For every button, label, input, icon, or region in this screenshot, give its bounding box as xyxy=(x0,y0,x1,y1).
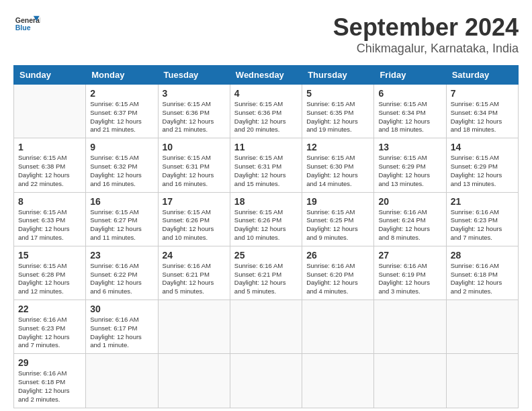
day-info: Sunrise: 6:15 AM Sunset: 6:29 PM Dayligh… xyxy=(378,154,441,188)
day-info: Sunrise: 6:15 AM Sunset: 6:30 PM Dayligh… xyxy=(306,154,369,188)
header-sunday: Sunday xyxy=(14,66,86,85)
calendar-cell: 15Sunrise: 6:15 AM Sunset: 6:28 PM Dayli… xyxy=(14,246,86,300)
day-number: 9 xyxy=(90,142,153,152)
day-info: Sunrise: 6:15 AM Sunset: 6:35 PM Dayligh… xyxy=(306,100,369,134)
calendar-cell xyxy=(302,300,374,354)
calendar-cell: 9Sunrise: 6:15 AM Sunset: 6:32 PM Daylig… xyxy=(86,138,158,192)
calendar-week-row: 2Sunrise: 6:15 AM Sunset: 6:37 PM Daylig… xyxy=(14,85,519,138)
day-number: 8 xyxy=(18,196,81,207)
day-info: Sunrise: 6:15 AM Sunset: 6:34 PM Dayligh… xyxy=(378,100,441,134)
day-number: 29 xyxy=(18,357,81,368)
day-info: Sunrise: 6:16 AM Sunset: 6:19 PM Dayligh… xyxy=(378,262,441,296)
calendar-cell xyxy=(446,354,518,408)
day-info: Sunrise: 6:15 AM Sunset: 6:26 PM Dayligh… xyxy=(234,208,298,242)
day-info: Sunrise: 6:15 AM Sunset: 6:31 PM Dayligh… xyxy=(163,154,226,188)
svg-text:Blue: Blue xyxy=(15,24,31,32)
calendar-cell: 24Sunrise: 6:16 AM Sunset: 6:21 PM Dayli… xyxy=(158,246,230,300)
day-number: 24 xyxy=(163,250,226,261)
calendar-cell: 19Sunrise: 6:15 AM Sunset: 6:25 PM Dayli… xyxy=(302,192,374,246)
calendar-week-row: 29Sunrise: 6:16 AM Sunset: 6:18 PM Dayli… xyxy=(14,354,519,408)
header-saturday: Saturday xyxy=(446,66,518,85)
calendar-cell: 23Sunrise: 6:16 AM Sunset: 6:22 PM Dayli… xyxy=(86,246,158,300)
day-info: Sunrise: 6:15 AM Sunset: 6:29 PM Dayligh… xyxy=(451,154,514,188)
day-number: 14 xyxy=(451,142,514,152)
calendar-cell: 10Sunrise: 6:15 AM Sunset: 6:31 PM Dayli… xyxy=(158,138,230,192)
calendar-cell: 28Sunrise: 6:16 AM Sunset: 6:18 PM Dayli… xyxy=(446,246,518,300)
day-info: Sunrise: 6:15 AM Sunset: 6:28 PM Dayligh… xyxy=(18,262,81,296)
calendar-cell xyxy=(14,85,86,138)
calendar-cell xyxy=(158,300,230,354)
calendar-cell: 26Sunrise: 6:16 AM Sunset: 6:20 PM Dayli… xyxy=(302,246,374,300)
calendar-cell: 18Sunrise: 6:15 AM Sunset: 6:26 PM Dayli… xyxy=(230,192,302,246)
day-number: 22 xyxy=(18,304,81,314)
day-number: 4 xyxy=(234,88,298,99)
day-info: Sunrise: 6:16 AM Sunset: 6:24 PM Dayligh… xyxy=(378,208,441,242)
calendar-cell: 2Sunrise: 6:15 AM Sunset: 6:37 PM Daylig… xyxy=(86,85,158,138)
page-wrapper: General Blue September 2024 Chikmagalur,… xyxy=(13,13,519,408)
calendar-cell xyxy=(158,354,230,408)
day-info: Sunrise: 6:15 AM Sunset: 6:34 PM Dayligh… xyxy=(451,100,514,134)
day-number: 20 xyxy=(378,196,441,207)
calendar-cell: 22Sunrise: 6:16 AM Sunset: 6:23 PM Dayli… xyxy=(14,300,86,354)
top-section: General Blue September 2024 Chikmagalur,… xyxy=(13,13,519,61)
day-info: Sunrise: 6:15 AM Sunset: 6:33 PM Dayligh… xyxy=(18,208,81,242)
calendar-cell xyxy=(446,300,518,354)
day-number: 11 xyxy=(234,142,298,152)
day-info: Sunrise: 6:15 AM Sunset: 6:26 PM Dayligh… xyxy=(163,208,226,242)
day-number: 15 xyxy=(18,250,81,261)
calendar-cell: 5Sunrise: 6:15 AM Sunset: 6:35 PM Daylig… xyxy=(302,85,374,138)
calendar-body: 2Sunrise: 6:15 AM Sunset: 6:37 PM Daylig… xyxy=(14,85,519,408)
calendar-cell xyxy=(230,354,302,408)
calendar-cell: 20Sunrise: 6:16 AM Sunset: 6:24 PM Dayli… xyxy=(374,192,446,246)
calendar-cell xyxy=(86,354,158,408)
calendar-week-row: 1Sunrise: 6:15 AM Sunset: 6:38 PM Daylig… xyxy=(14,138,519,192)
day-info: Sunrise: 6:15 AM Sunset: 6:25 PM Dayligh… xyxy=(306,208,369,242)
calendar-cell: 12Sunrise: 6:15 AM Sunset: 6:30 PM Dayli… xyxy=(302,138,374,192)
day-number: 25 xyxy=(234,250,298,261)
calendar-cell: 7Sunrise: 6:15 AM Sunset: 6:34 PM Daylig… xyxy=(446,85,518,138)
day-number: 19 xyxy=(306,196,369,207)
calendar-cell: 3Sunrise: 6:15 AM Sunset: 6:36 PM Daylig… xyxy=(158,85,230,138)
day-number: 6 xyxy=(378,88,441,99)
day-info: Sunrise: 6:16 AM Sunset: 6:23 PM Dayligh… xyxy=(451,208,514,242)
calendar-cell: 27Sunrise: 6:16 AM Sunset: 6:19 PM Dayli… xyxy=(374,246,446,300)
day-info: Sunrise: 6:15 AM Sunset: 6:37 PM Dayligh… xyxy=(90,100,153,134)
day-number: 27 xyxy=(378,250,441,261)
day-number: 30 xyxy=(90,304,153,314)
day-info: Sunrise: 6:16 AM Sunset: 6:21 PM Dayligh… xyxy=(234,262,298,296)
day-number: 10 xyxy=(163,142,226,152)
calendar-cell: 8Sunrise: 6:15 AM Sunset: 6:33 PM Daylig… xyxy=(14,192,86,246)
day-number: 2 xyxy=(90,88,153,99)
day-number: 28 xyxy=(451,250,514,261)
calendar-cell: 21Sunrise: 6:16 AM Sunset: 6:23 PM Dayli… xyxy=(446,192,518,246)
day-info: Sunrise: 6:16 AM Sunset: 6:17 PM Dayligh… xyxy=(90,316,153,350)
calendar-table: Sunday Monday Tuesday Wednesday Thursday… xyxy=(13,65,519,408)
calendar-cell: 13Sunrise: 6:15 AM Sunset: 6:29 PM Dayli… xyxy=(374,138,446,192)
header-monday: Monday xyxy=(86,66,158,85)
weekday-header-row: Sunday Monday Tuesday Wednesday Thursday… xyxy=(14,66,519,85)
calendar-cell: 4Sunrise: 6:15 AM Sunset: 6:36 PM Daylig… xyxy=(230,85,302,138)
day-info: Sunrise: 6:15 AM Sunset: 6:27 PM Dayligh… xyxy=(90,208,153,242)
day-number: 26 xyxy=(306,250,369,261)
logo: General Blue xyxy=(13,13,43,34)
day-number: 21 xyxy=(451,196,514,207)
header-wednesday: Wednesday xyxy=(230,66,302,85)
day-number: 13 xyxy=(378,142,441,152)
calendar-cell: 17Sunrise: 6:15 AM Sunset: 6:26 PM Dayli… xyxy=(158,192,230,246)
day-info: Sunrise: 6:16 AM Sunset: 6:22 PM Dayligh… xyxy=(90,262,153,296)
day-number: 5 xyxy=(306,88,369,99)
title-section: September 2024 Chikmagalur, Karnataka, I… xyxy=(333,13,519,56)
calendar-week-row: 22Sunrise: 6:16 AM Sunset: 6:23 PM Dayli… xyxy=(14,300,519,354)
day-info: Sunrise: 6:16 AM Sunset: 6:23 PM Dayligh… xyxy=(18,316,81,350)
day-number: 17 xyxy=(163,196,226,207)
day-number: 16 xyxy=(90,196,153,207)
day-number: 3 xyxy=(163,88,226,99)
month-title: September 2024 xyxy=(333,13,519,42)
day-number: 1 xyxy=(18,142,81,152)
day-info: Sunrise: 6:15 AM Sunset: 6:32 PM Dayligh… xyxy=(90,154,153,188)
calendar-week-row: 8Sunrise: 6:15 AM Sunset: 6:33 PM Daylig… xyxy=(14,192,519,246)
day-info: Sunrise: 6:16 AM Sunset: 6:18 PM Dayligh… xyxy=(18,369,81,404)
calendar-cell: 16Sunrise: 6:15 AM Sunset: 6:27 PM Dayli… xyxy=(86,192,158,246)
calendar-cell: 6Sunrise: 6:15 AM Sunset: 6:34 PM Daylig… xyxy=(374,85,446,138)
calendar-cell: 1Sunrise: 6:15 AM Sunset: 6:38 PM Daylig… xyxy=(14,138,86,192)
